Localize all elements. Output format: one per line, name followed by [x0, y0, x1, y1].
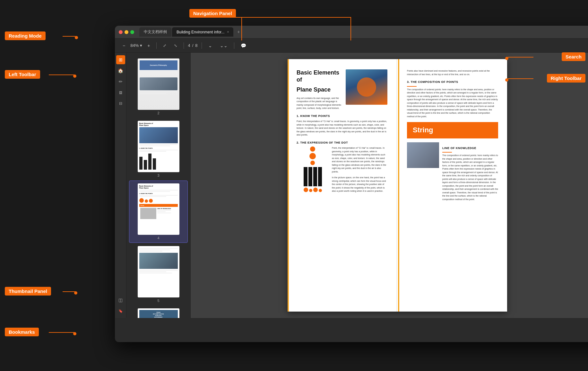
traffic-lights	[119, 30, 134, 34]
reading-mode-label: Reading Mode	[5, 31, 46, 40]
pdf-section1-heading: 1. KNOW THE POINTS	[297, 114, 387, 118]
page-left-bar	[288, 59, 289, 312]
bookmarks-dot	[73, 332, 76, 335]
zoom-dropdown-icon[interactable]: ▾	[140, 43, 142, 48]
pdf-section1-body: Point, the interpretation of "Ci Hai" is…	[297, 120, 387, 137]
pdf-section2-col1: Point, the interpretation of "Ci Hai" is…	[332, 146, 387, 196]
right-page-bar	[398, 59, 399, 312]
search-dot	[505, 57, 508, 60]
fit-width-button[interactable]: ⤢	[160, 42, 169, 49]
comment-button[interactable]: 💬	[238, 42, 249, 49]
title-bar: 中文文档样例 Building Environment infor... × +…	[115, 26, 588, 39]
toolbar: − 84% ▾ + ⤢ ⤡ 4 / 8 ⌄ ⌄⌄ 💬	[115, 39, 588, 53]
left-toolbar-line	[49, 75, 74, 75]
right-toolbar-dot	[505, 78, 508, 82]
thumb-label-4: 4	[157, 236, 159, 240]
sidebar-icon-bookmark[interactable]: 🔖	[116, 306, 125, 315]
search-line	[508, 57, 533, 57]
sidebar-icon-home[interactable]: 🏠	[116, 66, 125, 75]
pdf-left-page: Basic Elements of Plane Space Any art co…	[288, 59, 397, 312]
minimize-button[interactable]	[125, 30, 128, 34]
reading-mode-line	[63, 36, 75, 37]
sidebar-icon-stack[interactable]: ◫	[116, 296, 125, 305]
current-page: 4	[188, 43, 190, 48]
left-toolbar-label: Left Toolbar	[5, 70, 40, 79]
thumb-img-3: Basic Elements ofPlane Space 1. KNOW THE…	[138, 121, 179, 172]
thumbnail-page-3[interactable]: Basic Elements ofPlane Space 1. KNOW THE…	[129, 118, 188, 180]
sidebar-icon-layers[interactable]: ⊟	[116, 99, 125, 108]
toolbar-separator-1	[156, 42, 157, 49]
thumbnail-panel-label: Thumbnail Panel	[5, 287, 51, 296]
thumb-img-2: Geometric Philosophy	[138, 58, 179, 110]
pdf-section3-heading: 3. THE COMPOSITION OF POINTS	[407, 80, 498, 84]
pdf-knowledge-text: LINE OF KNOWLEDGE The composition of ord…	[442, 142, 498, 204]
scroll-down2-button[interactable]: ⌄⌄	[217, 42, 230, 49]
thumb-img-5	[138, 246, 179, 297]
thumb-img-6: PRISMDECOMPOSITIONSUNLIGHTEXPERIMENT	[138, 308, 179, 318]
thumb-label-3: 3	[157, 173, 159, 177]
thumbnail-panel-dot	[74, 291, 77, 295]
tab-chinese[interactable]: 中文文档样例	[139, 27, 171, 37]
pdf-section2-cols: Point, the interpretation of "Ci Hai" is…	[297, 146, 387, 196]
total-pages: 8	[195, 43, 197, 48]
thumbnail-page-5[interactable]: 5	[129, 243, 188, 305]
thumb-img-4: Basic Elements ofPlane Space 1. KNOW THE…	[138, 183, 179, 235]
right-toolbar-line	[508, 78, 533, 79]
nav-panel-line-right	[241, 17, 350, 18]
section3-underline	[407, 86, 417, 87]
bookmarks-label: Bookmarks	[5, 328, 39, 336]
toolbar-separator-3	[202, 42, 202, 49]
toolbar-separator-4	[234, 42, 234, 49]
search-label: Search	[562, 52, 585, 61]
sidebar-icon-annotate[interactable]: ✏	[116, 77, 125, 86]
zoom-out-button[interactable]: −	[120, 42, 128, 49]
maximize-button[interactable]	[130, 30, 134, 34]
tab2-close[interactable]: ×	[227, 30, 229, 34]
thumbnail-panel-line	[63, 291, 75, 292]
thumb-label-2: 2	[157, 111, 159, 115]
zoom-display: 84% ▾	[130, 43, 142, 48]
left-sidebar: ⊞ 🏠 ✏ 🖼 ⊟ ◫ 🔖	[115, 53, 126, 318]
pdf-area[interactable]: Basic Elements of Plane Space Any art co…	[191, 53, 588, 318]
nav-panel-line	[241, 17, 242, 40]
pdf-string-label: String	[413, 125, 492, 135]
sidebar-icon-thumbnail[interactable]: ⊞	[116, 55, 125, 64]
thumbnail-page-2[interactable]: Geometric Philosophy 2	[129, 56, 188, 118]
pdf-right-intro: Points also have dominant and recessive …	[407, 69, 498, 76]
close-button[interactable]	[119, 30, 123, 34]
main-area: ⊞ 🏠 ✏ 🖼 ⊟ ◫ 🔖 Geometric Philosophy	[115, 53, 588, 318]
pdf-section3-body: The composition of ordered points: here …	[407, 88, 498, 119]
pdf-double-page: Basic Elements of Plane Space Any art co…	[288, 59, 507, 312]
pdf-line-knowledge-section: LINE OF KNOWLEDGE The composition of ord…	[407, 142, 498, 204]
app-window: 中文文档样例 Building Environment infor... × +…	[115, 26, 588, 342]
bookmarks-line	[49, 332, 74, 333]
pdf-abstract-art	[297, 146, 329, 196]
pdf-right-page: Points also have dominant and recessive …	[398, 59, 507, 312]
page-separator: /	[192, 43, 194, 48]
toolbar-separator-2	[184, 42, 184, 49]
tab2-label: Building Environment infor...	[177, 30, 224, 34]
knowledge-underline	[442, 152, 452, 153]
tab1-label: 中文文档样例	[144, 29, 167, 35]
pdf-knowledge-img	[407, 142, 439, 204]
right-toolbar-label: Right Toolbar	[547, 74, 585, 83]
thumbnail-panel: Geometric Philosophy 2	[126, 53, 191, 318]
thumb-2-header: Geometric Philosophy	[140, 60, 177, 70]
navigation-panel-label: Navigation Panel	[189, 9, 236, 18]
scroll-down-button[interactable]: ⌄	[206, 42, 215, 49]
fit-page-button[interactable]: ⤡	[171, 42, 180, 49]
pdf-string-box: String	[407, 122, 498, 138]
zoom-in-button[interactable]: +	[145, 42, 152, 49]
nav-panel-line-right2	[350, 17, 351, 40]
left-toolbar-dot	[73, 75, 76, 78]
page-display: 4 / 8	[188, 43, 197, 48]
reading-mode-dot	[75, 36, 78, 39]
thumbnail-page-6[interactable]: PRISMDECOMPOSITIONSUNLIGHTEXPERIMENT	[129, 306, 188, 318]
tab-building[interactable]: Building Environment infor... ×	[172, 27, 233, 37]
sidebar-icon-image[interactable]: 🖼	[116, 88, 125, 97]
thumbnail-page-4[interactable]: Basic Elements ofPlane Space 1. KNOW THE…	[129, 181, 188, 243]
thumb-label-5: 5	[157, 299, 159, 303]
pdf-hero-image	[346, 69, 387, 105]
zoom-level: 84%	[130, 43, 139, 48]
pdf-section2-heading: 2. THE EXPRESSION OF THE DOT	[297, 141, 387, 145]
